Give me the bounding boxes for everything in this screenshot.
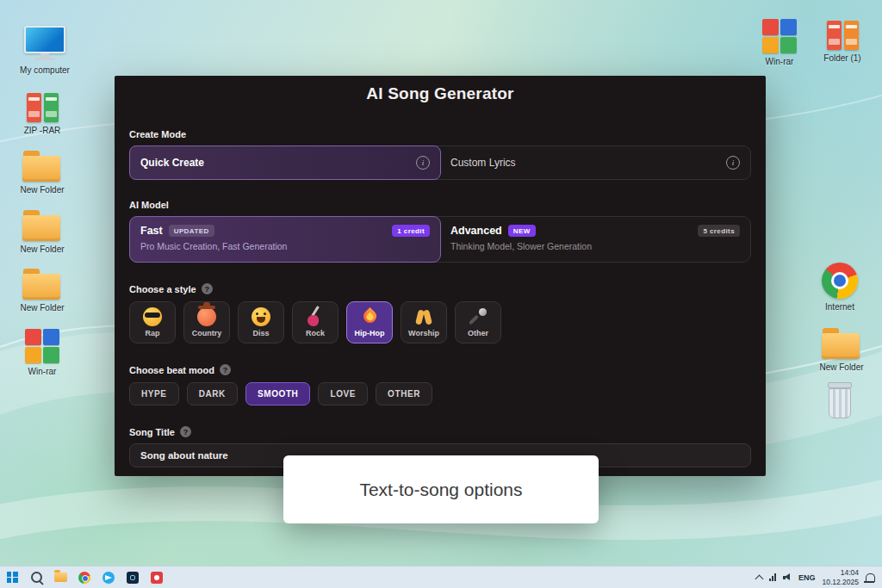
- style-label: Worship: [408, 329, 439, 337]
- style-worship[interactable]: Worship: [401, 301, 447, 344]
- dark-app-icon: [127, 572, 139, 584]
- ai-model-label: AI Model: [129, 200, 751, 210]
- ai-song-generator-window: AI Song Generator Create Mode Quick Crea…: [115, 76, 766, 476]
- choose-beat-mood-label: Choose beat mood ?: [129, 364, 751, 375]
- microphone-icon: [469, 307, 488, 326]
- info-icon[interactable]: i: [416, 156, 430, 170]
- taskbar-dark-app-button[interactable]: [121, 566, 145, 588]
- help-icon[interactable]: ?: [220, 364, 231, 375]
- ai-model-options: Fast UPDATED 1 credit Pro Music Creation…: [129, 216, 751, 263]
- desktop-icon-new-folder-1[interactable]: New Folder: [11, 150, 73, 195]
- taskbar-red-app-button[interactable]: [145, 566, 169, 588]
- style-hip-hop[interactable]: Hip-Hop: [346, 301, 393, 344]
- tooltip-text: Text-to-song options: [359, 480, 522, 500]
- cool-face-icon: [143, 307, 162, 326]
- language-indicator[interactable]: ENG: [798, 573, 816, 582]
- style-label: Other: [468, 329, 488, 337]
- song-title-text: Song Title: [129, 427, 175, 437]
- network-icon[interactable]: [769, 573, 776, 581]
- taskbar-explorer-button[interactable]: [48, 566, 72, 588]
- desktop-icon-new-folder-3[interactable]: New Folder: [11, 268, 73, 313]
- help-icon[interactable]: ?: [180, 426, 191, 437]
- create-mode-label: Create Mode: [129, 129, 751, 139]
- desktop-icon-my-computer[interactable]: My computer: [14, 26, 76, 76]
- desktop-icon-label: New Folder: [20, 185, 64, 195]
- model-description: Pro Music Creation, Fast Generation: [140, 241, 430, 251]
- start-button[interactable]: [0, 566, 24, 588]
- desktop-icon-internet[interactable]: Internet: [809, 263, 871, 313]
- folder-icon: [22, 209, 62, 241]
- archive-binders-icon: [827, 19, 859, 50]
- desktop-icon-new-folder-right[interactable]: New Folder: [811, 327, 873, 373]
- speaker-icon[interactable]: [783, 573, 792, 581]
- mood-smooth[interactable]: SMOOTH: [245, 382, 311, 405]
- praying-hands-icon: [414, 307, 433, 326]
- windows-logo-icon: [7, 572, 18, 583]
- desktop-icon-folder-1[interactable]: Folder (1): [811, 19, 873, 64]
- choose-style-text: Choose a style: [129, 284, 196, 294]
- chrome-icon: [78, 572, 90, 584]
- choose-style-label: Choose a style ?: [129, 283, 751, 294]
- tab-label: Quick Create: [140, 157, 204, 169]
- desktop-icon-winrar-top[interactable]: Win-rar: [748, 19, 811, 67]
- red-app-icon: [151, 572, 163, 584]
- notifications-icon[interactable]: [866, 573, 875, 582]
- info-icon[interactable]: i: [726, 156, 740, 170]
- style-rock[interactable]: Rock: [292, 301, 339, 344]
- mood-other[interactable]: OTHER: [376, 382, 432, 405]
- tray-time: 14:04: [822, 568, 859, 578]
- taskbar-telegram-button[interactable]: [96, 566, 121, 588]
- cowboy-face-icon: [197, 307, 216, 326]
- clock[interactable]: 14:04 10.12.2025: [822, 568, 859, 586]
- desktop-icon-label: Folder (1): [823, 53, 860, 64]
- model-option-fast[interactable]: Fast UPDATED 1 credit Pro Music Creation…: [129, 216, 441, 263]
- system-tray: ENG 14:04 10.12.2025: [756, 566, 882, 588]
- style-label: Hip-Hop: [355, 329, 385, 337]
- model-name: Advanced: [450, 225, 502, 237]
- mood-dark[interactable]: DARK: [187, 382, 238, 405]
- desktop-icon-label: Win-rar: [28, 367, 57, 377]
- song-title-label: Song Title ?: [129, 426, 751, 437]
- desktop-icon-label: New Folder: [20, 244, 64, 255]
- style-label: Country: [192, 329, 222, 337]
- new-badge: NEW: [508, 225, 536, 237]
- tray-chevron-up-icon[interactable]: [755, 574, 763, 583]
- guitar-icon: [306, 307, 325, 326]
- credits-badge: 1 credit: [392, 225, 430, 237]
- style-diss[interactable]: Diss: [238, 301, 284, 344]
- style-label: Diss: [252, 329, 269, 337]
- style-rap[interactable]: Rap: [129, 301, 176, 344]
- mood-love[interactable]: LOVE: [318, 382, 368, 405]
- tab-custom-lyrics[interactable]: Custom Lyrics i: [440, 146, 750, 179]
- style-label: Rap: [145, 329, 159, 337]
- model-option-advanced[interactable]: Advanced NEW 5 credits Thinking Model, S…: [440, 217, 750, 262]
- desktop-icon-label: ZIP -RAR: [24, 126, 61, 136]
- search-button[interactable]: [24, 566, 48, 588]
- trash-icon: [825, 382, 854, 418]
- style-other[interactable]: Other: [455, 301, 501, 344]
- winrar-icon: [25, 329, 59, 363]
- help-icon[interactable]: ?: [202, 283, 213, 294]
- beat-mood-options: HYPE DARK SMOOTH LOVE OTHER: [129, 382, 751, 405]
- desktop-icon-new-folder-2[interactable]: New Folder: [11, 209, 73, 255]
- desktop-icon-label: Internet: [825, 302, 854, 313]
- style-country[interactable]: Country: [183, 301, 230, 344]
- mood-hype[interactable]: HYPE: [129, 382, 179, 405]
- style-options: Rap Country Diss Rock Hip-Hop Worship: [129, 301, 751, 344]
- model-description: Thinking Model, Slower Generation: [450, 241, 740, 251]
- window-title: AI Song Generator: [129, 84, 751, 103]
- folder-icon: [22, 150, 62, 182]
- credits-badge: 5 credits: [698, 225, 740, 237]
- chrome-icon: [822, 263, 858, 299]
- tab-label: Custom Lyrics: [450, 157, 516, 169]
- desktop-icon-winrar-left[interactable]: Win-rar: [11, 329, 73, 377]
- create-mode-tabs: Quick Create i Custom Lyrics i: [129, 145, 751, 180]
- computer-icon: [24, 26, 65, 62]
- tab-quick-create[interactable]: Quick Create i: [129, 145, 441, 180]
- taskbar-chrome-button[interactable]: [72, 566, 96, 588]
- desktop-icon-recycle-bin[interactable]: [809, 382, 871, 418]
- tray-date: 10.12.2025: [822, 578, 859, 587]
- search-icon: [31, 572, 42, 583]
- flame-icon: [360, 307, 378, 325]
- desktop-icon-zip-rar[interactable]: ZIP -RAR: [11, 91, 73, 136]
